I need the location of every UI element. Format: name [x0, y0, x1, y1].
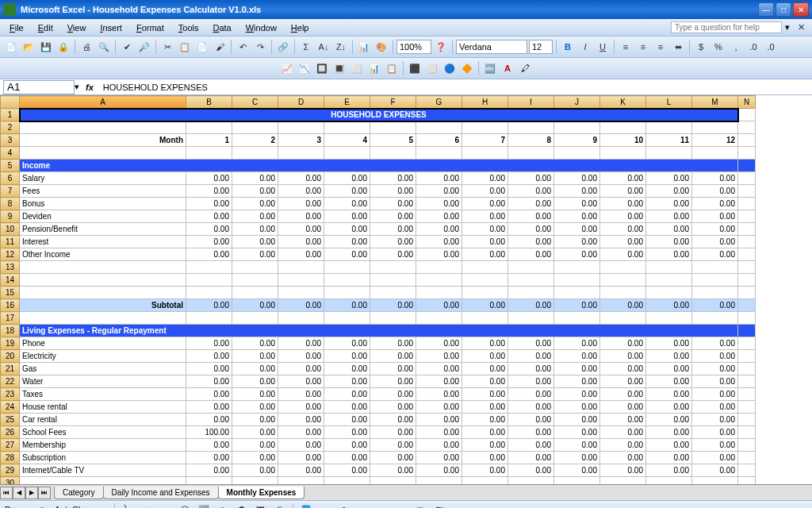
cell[interactable]: 0.00: [186, 401, 232, 414]
cell[interactable]: 0.00: [508, 439, 554, 452]
cell[interactable]: 0.00: [186, 363, 232, 375]
cell[interactable]: [508, 274, 554, 287]
cell[interactable]: [324, 147, 370, 160]
cell[interactable]: [554, 312, 600, 325]
cell[interactable]: [738, 109, 756, 121]
spreadsheet-grid[interactable]: ABCDEFGHIJKLMN1HOUSEHOLD EXPENSES23Month…: [0, 95, 812, 484]
cell[interactable]: [600, 274, 646, 287]
cell[interactable]: 0.00: [186, 375, 232, 388]
print-preview-icon[interactable]: 🔍: [96, 39, 112, 55]
cell[interactable]: 0.00: [278, 375, 324, 388]
cell[interactable]: 3: [278, 134, 324, 147]
cell[interactable]: 0.00: [600, 401, 646, 414]
sheet-tab-monthly-expenses[interactable]: Monthly Expenses: [218, 487, 305, 499]
format-painter-icon[interactable]: 🖌: [212, 39, 228, 55]
cell[interactable]: 7: [462, 134, 508, 147]
cell[interactable]: 0.00: [462, 223, 508, 236]
cell[interactable]: 0.00: [278, 388, 324, 401]
menu-format[interactable]: Format: [130, 21, 170, 35]
tool-icon[interactable]: 📉: [297, 60, 312, 76]
cell[interactable]: 0.00: [508, 401, 554, 414]
menu-help[interactable]: Help: [285, 21, 316, 35]
cell[interactable]: 0.00: [324, 198, 370, 210]
dash-style-icon[interactable]: ⋯: [374, 502, 390, 509]
cell[interactable]: [186, 147, 232, 160]
cell[interactable]: 0.00: [416, 375, 462, 388]
cell[interactable]: [416, 274, 462, 287]
cell[interactable]: Water: [20, 375, 186, 388]
cell[interactable]: 0.00: [232, 223, 278, 236]
cell[interactable]: [692, 274, 738, 287]
line-icon[interactable]: ╲: [120, 502, 136, 509]
cell[interactable]: 0.00: [554, 388, 600, 401]
cell[interactable]: 0.00: [186, 452, 232, 464]
cell[interactable]: 0.00: [692, 210, 738, 223]
cell[interactable]: 0.00: [416, 426, 462, 439]
row-header-5[interactable]: 5: [1, 160, 20, 172]
cell[interactable]: 0.00: [416, 198, 462, 210]
cell[interactable]: 0.00: [554, 248, 600, 261]
font-name-combobox[interactable]: [456, 40, 527, 54]
cell[interactable]: 0.00: [554, 414, 600, 426]
cell[interactable]: 0.00: [600, 414, 646, 426]
cell[interactable]: 0.00: [416, 337, 462, 350]
cell[interactable]: 0.00: [692, 426, 738, 439]
cell[interactable]: 0.00: [600, 464, 646, 477]
cell[interactable]: [508, 287, 554, 299]
cell[interactable]: [646, 477, 692, 485]
save-icon[interactable]: 💾: [38, 39, 54, 55]
cell[interactable]: [738, 337, 756, 350]
menu-edit[interactable]: Edit: [32, 21, 59, 35]
cell[interactable]: [324, 274, 370, 287]
cell[interactable]: 0.00: [600, 363, 646, 375]
column-header-F[interactable]: F: [370, 96, 416, 109]
font-color-icon[interactable]: A: [336, 502, 352, 509]
cell[interactable]: 0.00: [278, 236, 324, 248]
cell[interactable]: [324, 121, 370, 134]
column-header-H[interactable]: H: [462, 96, 508, 109]
cell[interactable]: 0.00: [462, 401, 508, 414]
align-left-icon[interactable]: ≡: [618, 39, 634, 55]
cell[interactable]: 0.00: [554, 299, 600, 312]
cell[interactable]: [416, 287, 462, 299]
cell[interactable]: 0.00: [186, 198, 232, 210]
cell[interactable]: [462, 312, 508, 325]
cell[interactable]: 0.00: [278, 210, 324, 223]
cell[interactable]: [508, 312, 554, 325]
cell[interactable]: 0.00: [278, 401, 324, 414]
column-header-E[interactable]: E: [324, 96, 370, 109]
cell[interactable]: 0.00: [278, 426, 324, 439]
cell[interactable]: 0.00: [232, 452, 278, 464]
cell[interactable]: 0.00: [462, 248, 508, 261]
cell[interactable]: 0.00: [462, 439, 508, 452]
row-header-8[interactable]: 8: [1, 198, 20, 210]
cell[interactable]: 0.00: [462, 363, 508, 375]
cell[interactable]: 0.00: [324, 439, 370, 452]
cell[interactable]: 0.00: [370, 375, 416, 388]
help-dropdown-icon[interactable]: ▾: [785, 22, 790, 33]
cell[interactable]: 0.00: [508, 452, 554, 464]
cell[interactable]: [738, 401, 756, 414]
cell[interactable]: [738, 299, 756, 312]
currency-icon[interactable]: $: [693, 39, 709, 55]
cell[interactable]: 0.00: [416, 223, 462, 236]
row-header-2[interactable]: 2: [1, 121, 20, 134]
cell[interactable]: Deviden: [20, 210, 186, 223]
zoom-combobox[interactable]: [396, 40, 431, 54]
cell[interactable]: 0.00: [232, 350, 278, 363]
name-box-dropdown-icon[interactable]: ▾: [75, 82, 79, 92]
cell[interactable]: 0.00: [278, 464, 324, 477]
font-color-icon[interactable]: A: [500, 60, 515, 76]
cell[interactable]: 0.00: [324, 388, 370, 401]
cell[interactable]: 0.00: [232, 198, 278, 210]
row-header-26[interactable]: 26: [1, 426, 20, 439]
cell[interactable]: [738, 452, 756, 464]
cell[interactable]: [278, 287, 324, 299]
cell[interactable]: [462, 121, 508, 134]
help-search-input[interactable]: [671, 21, 782, 33]
cell[interactable]: 0.00: [416, 236, 462, 248]
row-header-12[interactable]: 12: [1, 248, 20, 261]
cell[interactable]: [370, 274, 416, 287]
cell[interactable]: 0.00: [324, 375, 370, 388]
undo-icon[interactable]: ↶: [235, 39, 251, 55]
